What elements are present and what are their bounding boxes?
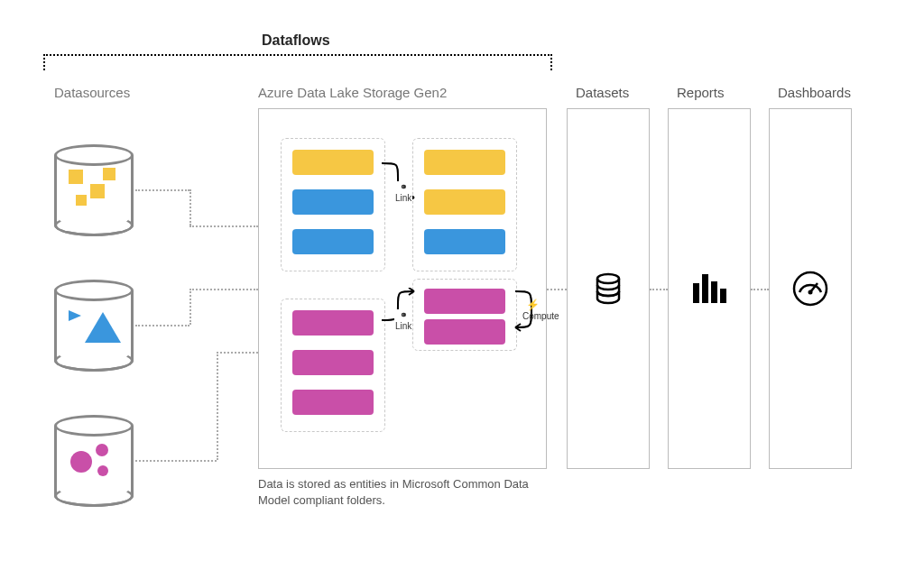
square-icon xyxy=(90,184,105,198)
square-icon xyxy=(103,168,116,180)
connector xyxy=(189,289,258,290)
dashboards-box xyxy=(769,108,852,469)
datasets-box xyxy=(567,108,650,469)
entity-bar xyxy=(292,229,374,254)
title-dataflows: Dataflows xyxy=(262,32,330,49)
connector xyxy=(189,225,258,227)
entity-bar xyxy=(292,350,374,375)
reports-box xyxy=(668,108,751,469)
label-adls: Azure Data Lake Storage Gen2 xyxy=(258,85,447,100)
label-dashboards: Dashboards xyxy=(778,85,851,100)
svg-rect-2 xyxy=(702,274,708,303)
entity-group xyxy=(412,138,517,271)
svg-point-0 xyxy=(597,274,619,283)
datasource-yellow xyxy=(54,144,134,236)
connector xyxy=(217,352,218,460)
entity-group xyxy=(281,299,385,432)
database-icon xyxy=(590,271,626,307)
entity-bar xyxy=(424,229,505,254)
label-datasources: Datasources xyxy=(54,85,130,100)
connector xyxy=(650,289,668,290)
entity-bar xyxy=(292,390,374,415)
svg-rect-4 xyxy=(720,289,726,303)
entity-group xyxy=(281,138,385,271)
entity-bar xyxy=(292,310,374,336)
connector xyxy=(189,189,191,225)
dataflows-bracket xyxy=(43,54,552,70)
connector xyxy=(751,289,769,290)
square-icon xyxy=(69,170,83,184)
connector xyxy=(547,289,567,290)
triangle-icon xyxy=(85,312,121,343)
gauge-icon xyxy=(790,269,830,308)
connector xyxy=(135,460,217,462)
connector xyxy=(135,189,189,191)
link-icon xyxy=(398,181,409,192)
entity-bar xyxy=(424,189,505,215)
entity-bar xyxy=(292,189,374,215)
label-datasets: Datasets xyxy=(576,85,629,100)
square-icon xyxy=(76,195,87,206)
circle-icon xyxy=(97,465,108,476)
lightning-icon: ⚡ xyxy=(526,299,540,311)
link-label: Link xyxy=(394,309,412,331)
entity-bar xyxy=(424,150,505,175)
entity-bar xyxy=(424,319,505,345)
entity-group xyxy=(412,279,517,351)
link-label: Link xyxy=(394,181,412,203)
entity-bar xyxy=(292,150,374,175)
connector xyxy=(189,289,191,325)
connector xyxy=(217,352,258,354)
circle-icon xyxy=(70,451,92,473)
triangle-icon xyxy=(69,310,81,321)
bar-chart-icon xyxy=(689,271,729,307)
svg-rect-3 xyxy=(711,281,717,303)
svg-rect-1 xyxy=(693,283,699,303)
link-icon xyxy=(398,309,409,320)
compute-label: Compute xyxy=(522,311,559,321)
datasource-magenta xyxy=(54,415,134,507)
adls-container: Link Link ⚡ Compute xyxy=(258,108,547,469)
svg-point-5 xyxy=(794,272,827,305)
connector xyxy=(135,325,189,326)
adls-caption: Data is stored as entities in Microsoft … xyxy=(258,476,547,508)
label-reports: Reports xyxy=(677,85,725,100)
datasource-blue xyxy=(54,280,134,372)
circle-icon xyxy=(96,444,108,456)
entity-bar xyxy=(424,289,505,314)
dataflows-diagram: Dataflows Datasources Azure Data Lake St… xyxy=(0,0,924,570)
